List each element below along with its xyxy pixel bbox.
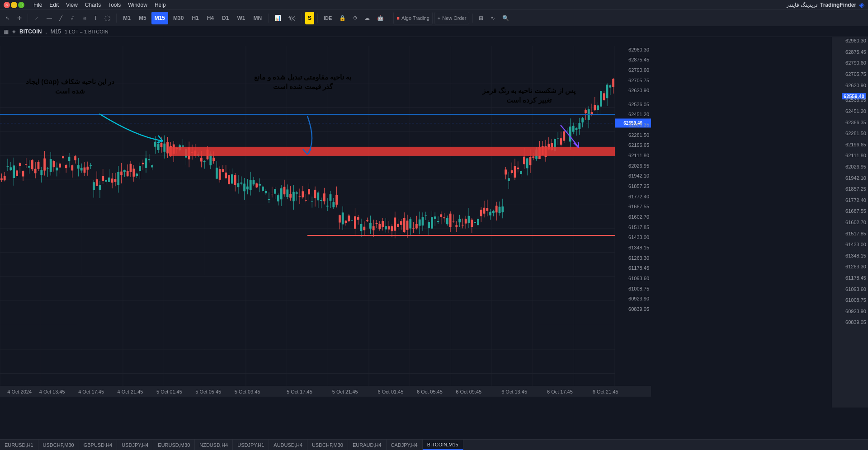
symbol-tab-CADJPY-H4[interactable]: CADJPY,H4 (387, 440, 423, 450)
price-level-62196.65: 62196.65 (845, 142, 866, 147)
price-level-62366.35: 62366.35 (845, 120, 866, 125)
menu-file[interactable]: File (33, 2, 42, 8)
hline-tool[interactable]: — (44, 12, 55, 24)
connect-btn[interactable]: ⊕ (350, 12, 360, 24)
menu-tools[interactable]: Tools (108, 2, 121, 8)
price-level-61178.45: 61178.45 (845, 275, 866, 281)
price-level-62536.05: 62536.05 (845, 97, 866, 103)
tf-mn[interactable]: MN (250, 12, 265, 24)
price-level-60923.90: 60923.90 (845, 309, 866, 314)
info-bar: ▦ ◈ BITCOIN , M15 1 LOT = 1 BITCOIN (0, 26, 868, 37)
annotation-gap: در این ناحیه شکاف (Gap) ایجاد شده است (25, 77, 115, 96)
cloud-btn[interactable]: ☁ (362, 12, 373, 24)
line-tool[interactable]: ⟋ (31, 12, 42, 24)
symbol-tab-EURUSD-M30[interactable]: EURUSD,M30 (153, 440, 195, 450)
price-level-61348.15: 61348.15 (845, 253, 866, 258)
window-maximize[interactable]: □ (18, 2, 24, 8)
toolbar-separator (28, 14, 28, 23)
symbol-name: BITCOIN (19, 28, 42, 35)
indicators-btn2[interactable]: ∿ (488, 12, 498, 24)
price-level-61008.75: 61008.75 (845, 297, 866, 303)
brand-logo: تریدینگ فایندر TradingFinder ◈ (786, 0, 864, 9)
symbol-comma: , (45, 28, 47, 35)
tf-d1[interactable]: D1 (219, 12, 232, 24)
robot-btn[interactable]: 🤖 (374, 12, 387, 24)
algo-icon: ■ (396, 15, 400, 21)
brand-name-en: TradingFinder (820, 2, 856, 8)
menu-edit[interactable]: Edit (49, 2, 59, 8)
symbol-tab-GBPUSD-H4[interactable]: GBPUSD,H4 (79, 440, 118, 450)
menu-window[interactable]: Window (128, 2, 147, 8)
toolbar-separator-6 (390, 14, 390, 23)
shapes-tool[interactable]: ◯ (102, 12, 113, 24)
brand-name-fa: تریدینگ فایندر (786, 2, 817, 8)
channel-tool[interactable]: ⫽ (67, 12, 78, 24)
price-level-62451.20: 62451.20 (845, 108, 866, 114)
price-level-60839.05: 60839.05 (845, 319, 866, 325)
tf-m5[interactable]: M5 (136, 12, 150, 24)
fib-tool[interactable]: ≋ (80, 12, 90, 24)
menu-charts[interactable]: Charts (85, 2, 101, 8)
price-level-61433.00: 61433.00 (845, 242, 866, 247)
symbol-tab-USDJPY-H4[interactable]: USDJPY,H4 (117, 440, 153, 450)
s-btn[interactable]: S (305, 12, 314, 24)
broker-icon: ◈ (12, 29, 16, 34)
tf-h4[interactable]: H4 (204, 12, 217, 24)
time-label: 4 Oct 17:45 (78, 389, 104, 394)
indicators[interactable]: f(x) (286, 12, 298, 24)
symbol-tab-USDJPY-H1[interactable]: USDJPY,H1 (233, 440, 269, 450)
price-level-61517.85: 61517.85 (845, 231, 866, 236)
time-label: 6 Oct 09:45 (456, 389, 481, 394)
symbol-tab-BITCOIN-M15[interactable]: BITCOIN,M15 (423, 440, 463, 450)
tf-h1[interactable]: H1 (189, 12, 202, 24)
toolbar-separator-2 (116, 14, 117, 23)
time-axis: 4 Oct 20244 Oct 13:454 Oct 17:454 Oct 21… (0, 386, 651, 397)
toolbar-separator-7 (472, 14, 473, 23)
zoom-btn[interactable]: 🔍 (500, 12, 512, 24)
text-tool[interactable]: T (91, 12, 100, 24)
symbol-tab-EURUSD-H1[interactable]: EURUSD,H1 (0, 440, 38, 450)
algo-trading-btn[interactable]: ■ Algo Trading (393, 12, 432, 24)
lock-btn[interactable]: 🔒 (336, 12, 349, 24)
annotation-color-change: پس از شکست ناحیه به رنگ قرمز تغییر کرده … (479, 86, 579, 105)
symbol-tab-AUDUSD-H4[interactable]: AUDUSD,H4 (269, 440, 307, 450)
symbol-tab-EURAUD-H4[interactable]: EURAUD,H4 (348, 440, 387, 450)
new-order-btn[interactable]: + New Order (434, 12, 470, 24)
tf-m15[interactable]: M15 (151, 12, 168, 24)
chart-type[interactable]: 📊 (272, 12, 284, 24)
symbol-tab-USDCHF-M30[interactable]: USDCHF,M30 (307, 440, 348, 450)
cursor-tool[interactable]: ↖ (3, 12, 13, 24)
order-label: New Order (442, 15, 466, 21)
window-close[interactable]: ✕ (4, 2, 10, 8)
tf-w1[interactable]: W1 (234, 12, 248, 24)
time-label: 5 Oct 17:45 (287, 389, 312, 394)
chart-container[interactable]: 62960.3062875.4562790.6062705.7562620.90… (0, 37, 868, 408)
menu-view[interactable]: View (66, 2, 78, 8)
order-icon: + (438, 15, 440, 21)
price-level-61263.30: 61263.30 (845, 264, 866, 269)
layout-btn[interactable]: ⊞ (476, 12, 486, 24)
trendline-tool[interactable]: ╱ (57, 12, 65, 24)
menu-help[interactable]: Help (155, 2, 166, 8)
price-level-62705.75: 62705.75 (845, 71, 866, 77)
price-level-61857.25: 61857.25 (845, 186, 866, 192)
price-level-61687.55: 61687.55 (845, 208, 866, 214)
price-level-62111.80: 62111.80 (845, 153, 866, 158)
chart-icon: ▦ (4, 28, 9, 35)
price-axis: 62960.3062875.4562790.6062705.7562620.90… (832, 37, 868, 408)
time-label: 5 Oct 05:45 (195, 389, 221, 394)
price-level-62026.95: 62026.95 (845, 164, 866, 169)
time-label: 6 Oct 01:45 (378, 389, 404, 394)
time-label: 4 Oct 2024 (7, 389, 32, 394)
symbol-tab-NZDUSD-H4[interactable]: NZDUSD,H4 (195, 440, 233, 450)
brand-icon: ◈ (859, 0, 864, 9)
toolbar-separator-5 (317, 14, 318, 23)
ide-btn[interactable]: IDE (321, 12, 335, 24)
tf-m30[interactable]: M30 (170, 12, 187, 24)
crosshair-tool[interactable]: ✛ (14, 12, 24, 24)
symbol-tab-USDCHF-M30[interactable]: USDCHF,M30 (38, 440, 79, 450)
window-minimize[interactable]: − (11, 2, 17, 8)
time-label: 4 Oct 21:45 (118, 389, 143, 394)
price-level-62281.50: 62281.50 (845, 131, 866, 136)
tf-m1[interactable]: M1 (120, 12, 134, 24)
